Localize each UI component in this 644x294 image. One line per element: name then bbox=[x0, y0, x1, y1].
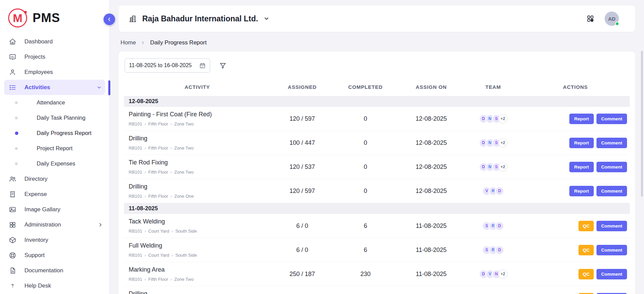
date-group-row: 11-08-2025 bbox=[124, 203, 630, 214]
grid-icon bbox=[9, 221, 16, 229]
team-avatars[interactable]: DNS+2 bbox=[479, 162, 508, 172]
sidebar-item-administration[interactable]: Administration bbox=[0, 217, 109, 232]
comment-button[interactable]: Comment bbox=[596, 293, 627, 294]
box-icon bbox=[9, 236, 16, 244]
qc-button[interactable]: QC bbox=[578, 269, 593, 279]
team-avatars[interactable]: DNS+2 bbox=[479, 138, 508, 148]
team-extra-count[interactable]: +2 bbox=[498, 114, 508, 123]
date-group-row: 12-08-2025 bbox=[124, 96, 630, 107]
sidebar-item-support[interactable]: Support bbox=[0, 248, 109, 263]
sidebar-item-inventory[interactable]: Inventory bbox=[0, 232, 109, 248]
location-segment: South Side bbox=[175, 229, 197, 234]
report-button[interactable]: Report bbox=[569, 186, 594, 196]
filter-button[interactable] bbox=[219, 62, 227, 70]
team-member-avatar[interactable]: D bbox=[495, 187, 504, 196]
chevron-right-icon: › bbox=[171, 229, 173, 234]
sidebar-subitem-project-report[interactable]: Project Report bbox=[0, 141, 109, 156]
comment-button[interactable]: Comment bbox=[596, 114, 627, 124]
report-button[interactable]: Report bbox=[569, 114, 594, 124]
sidebar-collapse-button[interactable] bbox=[104, 14, 115, 25]
assign-on-date: 11-08-2025 bbox=[397, 286, 465, 294]
top-header: Raja Bahadur International Ltd. AD bbox=[118, 5, 635, 32]
report-button[interactable]: Report bbox=[569, 138, 594, 148]
team-avatars[interactable]: DNS+2 bbox=[479, 114, 508, 123]
completed-count: 0 bbox=[334, 107, 397, 131]
chevron-right-icon: › bbox=[145, 277, 146, 282]
main-content: Raja Bahadur International Ltd. AD Home bbox=[110, 0, 644, 294]
vertical-scrollbar[interactable] bbox=[641, 51, 643, 197]
sidebar-item-help-desk[interactable]: Help Desk bbox=[0, 278, 109, 293]
users-icon bbox=[9, 175, 16, 183]
qc-button[interactable]: QC bbox=[578, 221, 593, 231]
chevron-left-icon bbox=[106, 16, 112, 22]
sidebar-subitem-label: Attendance bbox=[37, 99, 65, 106]
assign-on-date: 12-08-2025 bbox=[397, 155, 465, 179]
sidebar-subitem-label: Daily Progress Report bbox=[37, 130, 91, 136]
location-segment: Fifth Floor bbox=[148, 277, 168, 282]
sidebar-item-projects[interactable]: Projects bbox=[0, 49, 109, 64]
user-avatar[interactable]: AD bbox=[605, 12, 619, 26]
date-group-label: 12-08-2025 bbox=[124, 96, 630, 107]
activity-location-path: RB101›Court Yard›South Side bbox=[129, 253, 268, 258]
comment-button[interactable]: Comment bbox=[596, 138, 627, 148]
team-extra-count[interactable]: +2 bbox=[498, 138, 508, 148]
avatar-initials: AD bbox=[608, 16, 615, 22]
activity-cell: DrillingRB101›Fifth Floor›Zone One bbox=[124, 179, 271, 203]
comment-button[interactable]: Comment bbox=[596, 162, 627, 172]
team-cell: NR bbox=[465, 286, 521, 294]
topbar-right: AD bbox=[586, 12, 619, 26]
comment-button[interactable]: Comment bbox=[596, 245, 627, 255]
comment-button[interactable]: Comment bbox=[596, 269, 627, 279]
team-extra-count[interactable]: +2 bbox=[498, 270, 508, 279]
sidebar-subitem-attendance[interactable]: Attendance bbox=[0, 95, 109, 110]
team-extra-count[interactable]: +2 bbox=[498, 162, 508, 172]
sidebar-item-documentation[interactable]: Documentation bbox=[0, 263, 109, 278]
sidebar-item-dashboard[interactable]: Dashboard bbox=[0, 34, 109, 49]
report-button[interactable]: Report bbox=[569, 162, 594, 172]
team-avatars[interactable]: SRD bbox=[482, 246, 504, 255]
chevron-right-icon: › bbox=[171, 253, 173, 258]
qc-button[interactable]: QC bbox=[578, 245, 593, 255]
sidebar-subitem-daily-task-planning[interactable]: Daily Task Planning bbox=[0, 110, 109, 125]
activity-cell: DrillingRB101›Fifth Floor›Zone Two bbox=[124, 131, 271, 155]
assign-on-date: 12-08-2025 bbox=[397, 179, 465, 203]
sidebar-item-image-gallery[interactable]: Image Gallary bbox=[0, 202, 109, 217]
activity-table: ACTIVITY ASSIGNED COMPLETED ASSIGN ON TE… bbox=[124, 79, 630, 294]
document-icon bbox=[9, 267, 16, 274]
chevron-down-icon bbox=[263, 16, 270, 22]
location-segment: Zone Two bbox=[174, 121, 194, 126]
breadcrumb-home-link[interactable]: Home bbox=[121, 39, 136, 46]
sidebar-item-employees[interactable]: Employees bbox=[0, 64, 109, 80]
team-member-avatar[interactable]: D bbox=[495, 221, 504, 231]
location-segment: Fifth Floor bbox=[148, 194, 168, 199]
comment-button[interactable]: Comment bbox=[596, 221, 627, 231]
actions-cell: ReportComment bbox=[521, 107, 630, 131]
sidebar-subitem-daily-expenses[interactable]: Daily Expenses bbox=[0, 156, 109, 171]
sidebar-item-label: Directory bbox=[24, 176, 48, 182]
sidebar-item-expense[interactable]: Expense bbox=[0, 187, 109, 202]
sidebar-subitem-daily-progress-report[interactable]: Daily Progress Report bbox=[0, 125, 109, 141]
qc-button[interactable]: QC bbox=[578, 293, 593, 294]
completed-count: 0 bbox=[334, 179, 397, 203]
date-range-input[interactable]: 11-08-2025 to 16-08-2025 bbox=[125, 58, 210, 73]
chevron-right-icon: › bbox=[170, 194, 172, 199]
apps-grid-icon[interactable] bbox=[586, 15, 594, 23]
team-avatars[interactable]: SRD bbox=[482, 221, 504, 231]
team-member-avatar[interactable]: D bbox=[495, 246, 504, 255]
app-name: PMS bbox=[33, 11, 60, 25]
column-header-assign-on: ASSIGN ON bbox=[397, 79, 465, 96]
sidebar-item-directory[interactable]: Directory bbox=[0, 171, 109, 187]
completed-count: 0 bbox=[334, 155, 397, 179]
comment-button[interactable]: Comment bbox=[596, 186, 627, 196]
location-segment: Court Yard bbox=[148, 253, 169, 258]
team-avatars[interactable]: VRD bbox=[482, 187, 504, 196]
sidebar-item-activities[interactable]: Activities bbox=[4, 80, 105, 95]
activity-location-path: RB101›Fifth Floor›Zone Two bbox=[129, 170, 268, 175]
actions-cell: QCComment bbox=[521, 262, 630, 286]
company-selector[interactable]: Raja Bahadur International Ltd. bbox=[129, 14, 270, 23]
activity-row: Tack WeldingRB101›Court Yard›South Side6… bbox=[124, 214, 630, 238]
completed-count: 230 bbox=[334, 262, 397, 286]
chevron-right-icon: › bbox=[170, 170, 172, 175]
activity-name: Drilling bbox=[129, 290, 268, 294]
team-avatars[interactable]: DVN+2 bbox=[479, 270, 508, 279]
